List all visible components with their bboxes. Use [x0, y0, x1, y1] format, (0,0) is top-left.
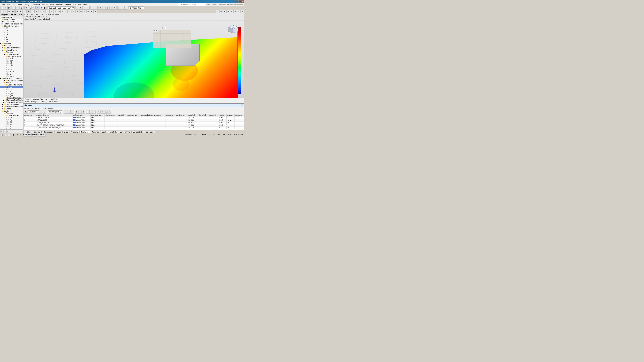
tree-stresses-surf[interactable]: ▼ 📁 Stresses — [0, 51, 23, 53]
move-btn[interactable]: ✛ — [86, 6, 90, 9]
view3d-btn[interactable]: ◈ — [35, 10, 38, 13]
tb-tbl4[interactable]: ⊞ — [75, 110, 78, 114]
tb-r2[interactable]: ⊛ — [76, 10, 79, 13]
menu-calculate[interactable]: Calculate — [31, 3, 41, 6]
tree-differences[interactable]: 📄 Differences to initial state — [0, 23, 23, 25]
new-btn[interactable]: 📄 — [0, 6, 4, 9]
status-btn-snap[interactable]: SNAP — [24, 133, 27, 137]
zoom-in[interactable]: 🔍 — [28, 6, 31, 9]
status-btn-glines[interactable]: GLINES — [38, 133, 41, 137]
tree-principal-strains[interactable]: ▶ 📁 Principal Total Strains — [0, 97, 23, 99]
tb-tbl12[interactable]: 📐 — [104, 110, 108, 114]
tb-rr6[interactable]: ⊕ — [234, 10, 237, 13]
zoom-out[interactable]: 🔍 — [32, 6, 35, 9]
tree-phiz[interactable]: ○ φz — [0, 40, 23, 42]
tree-solid-txz[interactable]: ○ τxz — [0, 127, 23, 129]
wire-btn[interactable]: ⊡ — [40, 6, 43, 9]
tree-global-def[interactable]: ▼ 📁 Global Deformations — [0, 25, 23, 27]
tb-rr8[interactable]: ◈ — [240, 10, 244, 13]
deselect-btn[interactable]: ↗ — [94, 6, 98, 9]
tree-solid-basic-stress[interactable]: ▼ 📁 Basic Stresses — [0, 114, 23, 116]
tb-r7[interactable]: ⊖ — [94, 10, 97, 13]
tree-elastic-stress[interactable]: ▶ 📁 Elastic Stress Components — [0, 77, 23, 79]
table-structure-select[interactable]: Structure — [28, 110, 39, 113]
tree-basic-total-strains[interactable]: ▼ 📁 Basic Total Strains — [0, 84, 23, 86]
select-btn[interactable]: ↖ — [91, 6, 94, 9]
tb6[interactable]: ▶ — [118, 6, 121, 9]
menu-tools[interactable]: Tools — [49, 3, 55, 6]
status-btn-grid[interactable]: GRID — [28, 133, 32, 137]
tb-tbl8[interactable]: 📊 — [90, 110, 93, 114]
tree-uy[interactable]: ○ uy — [0, 31, 23, 34]
top-btn[interactable]: ▽ — [64, 10, 68, 13]
tree-equiv-strains[interactable]: ▶ 📁 Equivalent Total Strains — [0, 101, 23, 103]
tb-tbl2[interactable]: ⊛ — [67, 110, 70, 114]
tb-tbl6[interactable]: ⊗ — [82, 110, 85, 114]
3d-viewport[interactable]: 75.00 80.00 — [24, 20, 244, 98]
table-row[interactable]: 7 273,274,388,403-397,470-459,275 Withou… — [24, 126, 244, 129]
tree-strains[interactable]: ▼ 📁 Strains — [0, 82, 23, 84]
table-close-btn[interactable]: ✕ — [241, 104, 243, 106]
tree-solids[interactable]: ▼ 📁 Solids — [0, 110, 23, 112]
result-btn[interactable]: R — [27, 10, 30, 13]
table-arrow-fwd[interactable]: ▷ — [43, 110, 46, 114]
left-btn[interactable]: ◁ — [57, 10, 60, 13]
tree-epsilonxp[interactable]: ○ γxy+ — [0, 92, 23, 95]
nav-next[interactable]: ▷ — [3, 130, 6, 133]
solid-btn[interactable]: ⬛ — [11, 10, 14, 13]
tree-solid-sz[interactable]: ○ σz — [0, 121, 23, 123]
node-btn[interactable]: ● — [0, 10, 4, 13]
tree-epsilonxm[interactable]: ○ εx- — [0, 90, 23, 92]
tree-thetam[interactable]: ○ θm — [0, 73, 23, 75]
tb-tbl5[interactable]: ◈ — [78, 110, 82, 114]
tree-sigma1p[interactable]: ○ σ1+ — [0, 60, 23, 62]
hidden-btn[interactable]: ◧ — [43, 6, 46, 9]
tb1[interactable]: ⊡ — [99, 6, 102, 9]
rotate-btn[interactable]: ↻ — [83, 6, 86, 9]
diagram-btn[interactable]: 📊 — [30, 10, 34, 13]
viewxy-btn[interactable]: XY — [38, 10, 42, 13]
tree-solid-sy[interactable]: ○ σy — [0, 119, 23, 121]
grid-btn[interactable]: ⊞ — [79, 6, 82, 9]
tree-phiy[interactable]: ○ φy — [0, 38, 23, 40]
load-btn[interactable]: ↓ — [22, 10, 26, 13]
tree-u[interactable]: ○ [u] — [0, 27, 23, 29]
tb7[interactable]: ◀ — [121, 6, 124, 9]
viewyz-btn[interactable]: YZ — [46, 10, 49, 13]
tb-tbl1[interactable]: ⊹ — [64, 110, 67, 114]
snap-btn[interactable]: ⊹ — [76, 6, 79, 9]
tb-r6[interactable]: ⊕ — [90, 10, 93, 13]
save-btn[interactable]: 💾 — [8, 6, 11, 9]
tree-solid-sx[interactable]: ○ σx — [0, 116, 23, 119]
surface-btn[interactable]: ▭ — [8, 10, 11, 13]
tree-members[interactable]: ▶ 📁 Members — [0, 42, 23, 44]
menu-results[interactable]: Results — [41, 3, 49, 6]
table-basic-objects-select[interactable]: Basic Objects — [48, 110, 62, 113]
bottom-tab-nodes[interactable]: Nodes — [54, 131, 62, 133]
bottom-tab-openings[interactable]: Openings — [90, 131, 100, 133]
menu-view[interactable]: View — [11, 3, 17, 6]
tree-principal-stresses[interactable]: ▼ 📁 Principal Stresses — [0, 55, 23, 58]
tb2[interactable]: ■ — [102, 6, 106, 9]
tree-internal-forces[interactable]: ▶ 📁 Internal Forces — [0, 49, 23, 51]
menu-assign[interactable]: Assign — [24, 3, 31, 6]
tree-shape[interactable]: ▶ 📁 Shape — [0, 108, 23, 110]
tree-gammaxym[interactable]: ○ γxy- — [0, 95, 23, 97]
table-row[interactable]: 3 19-26,36-45,27 Without Thick... Plane … — [24, 119, 244, 121]
table-row[interactable]: 5 1,2,4,271,270-65,28-31,66,269,262,65,2… — [24, 124, 244, 126]
bottom-tab-member-sets[interactable]: Member Sets — [118, 131, 131, 133]
tb-tbl13[interactable]: 🔍 — [108, 110, 111, 114]
bottom-tab-surface-sets[interactable]: Surface Sets — [132, 131, 144, 133]
tree-max-strains[interactable]: ▶ 📁 Maximum Total Strains — [0, 99, 23, 101]
tree-uz[interactable]: ○ uz — [0, 34, 23, 36]
tree-phix[interactable]: ○ φx — [0, 36, 23, 38]
status-last[interactable]: ▷| — [12, 134, 14, 136]
tb4[interactable]: ◉ — [109, 6, 113, 9]
tree-local-def[interactable]: ▶ 📁 Local Deformations — [0, 47, 23, 49]
tree-sigma1m[interactable]: ○ σ1- — [0, 62, 23, 64]
maximize-button[interactable]: □ — [238, 0, 241, 3]
tb8[interactable]: ∿ — [124, 6, 128, 9]
tree-sigma2p[interactable]: ○ σ2+ — [0, 58, 23, 60]
tb-r5[interactable]: ⊚ — [86, 10, 90, 13]
print-btn[interactable]: 🖨 — [20, 6, 23, 9]
